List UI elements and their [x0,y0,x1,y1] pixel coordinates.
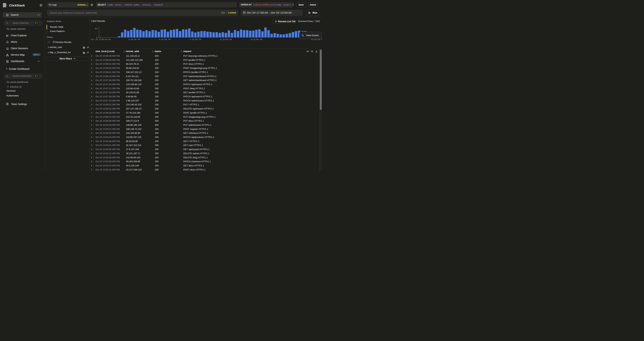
svg-text:0: 0 [96,36,97,39]
svg-text:8:25:00 PM: 8:25:00 PM [220,38,232,40]
svg-text:5:55:00 PM: 5:55:00 PM [128,38,140,40]
svg-text:Oct 20 5:00:00 PM: Oct 20 5:00:00 PM [91,38,110,40]
svg-text:80: 80 [95,28,97,30]
svg-text:6:45:00 PM: 6:45:00 PM [159,38,171,40]
svg-text:7:35:00 PM: 7:35:00 PM [190,38,201,40]
svg-text:9:15:00 PM: 9:15:00 PM [250,38,262,40]
